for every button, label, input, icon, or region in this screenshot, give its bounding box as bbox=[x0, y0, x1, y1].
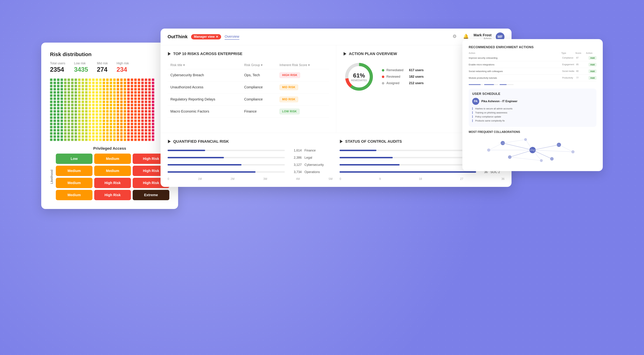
risk-badge: MID RISK bbox=[280, 97, 298, 102]
action-text: Enable micro integrations bbox=[469, 63, 560, 66]
priv-title: Privileged Access bbox=[50, 146, 169, 151]
schedule-items: Hashes to secure all admin accountsTrain… bbox=[472, 107, 593, 122]
grid-dot bbox=[120, 78, 123, 81]
grid-dot bbox=[141, 138, 144, 141]
grid-dot bbox=[54, 91, 56, 94]
grid-dot bbox=[131, 97, 133, 100]
grid-dot bbox=[106, 97, 108, 100]
grid-dot bbox=[148, 97, 151, 100]
grid-dot bbox=[96, 107, 98, 109]
action-badge[interactable]: Add bbox=[588, 76, 596, 80]
grid-dot bbox=[78, 126, 80, 128]
grid-dot bbox=[74, 129, 77, 131]
grid-dot bbox=[131, 116, 133, 119]
grid-dot bbox=[88, 123, 91, 125]
grid-dot bbox=[68, 132, 70, 135]
grid-dot bbox=[117, 116, 119, 119]
grid-dot bbox=[71, 104, 74, 106]
grid-dot bbox=[85, 135, 88, 138]
grid-dot bbox=[103, 78, 105, 81]
grid-dot bbox=[145, 85, 147, 87]
grid-dot bbox=[138, 82, 140, 84]
grid-dot bbox=[88, 82, 91, 84]
audit-axis-label: 9 bbox=[379, 177, 381, 181]
user-name: Mark Frost bbox=[474, 33, 492, 37]
grid-dot bbox=[113, 126, 116, 128]
grid-dot bbox=[85, 110, 88, 113]
grid-dot bbox=[106, 129, 108, 131]
mid-risk-label: Mid risk bbox=[97, 61, 108, 65]
audit-title: STATUS OF CONTROL AUDITS bbox=[345, 139, 402, 144]
legend-label: Reviewed bbox=[386, 75, 400, 78]
high-risk-label: High risk bbox=[116, 61, 129, 65]
fin-value: 2,386 bbox=[288, 156, 302, 160]
grid-dot bbox=[152, 101, 154, 103]
grid-dot bbox=[96, 78, 98, 81]
grid-dot bbox=[96, 91, 98, 94]
network-graph bbox=[469, 136, 596, 164]
settings-icon[interactable]: ⚙ bbox=[452, 34, 459, 40]
risk-badge: LOW RISK bbox=[280, 109, 300, 114]
grid-dot bbox=[113, 123, 116, 125]
svg-line-22 bbox=[503, 140, 526, 143]
grid-dot bbox=[152, 82, 154, 84]
grid-dot bbox=[57, 113, 60, 116]
grid-dot bbox=[99, 129, 102, 131]
grid-dot bbox=[134, 138, 137, 141]
audit-bar bbox=[340, 150, 376, 151]
action-row: Module productivity tutorials Productivi… bbox=[469, 76, 596, 81]
action-badge[interactable]: Add bbox=[588, 69, 596, 73]
grid-dot bbox=[92, 135, 94, 138]
grid-dot bbox=[138, 94, 140, 97]
grid-dot bbox=[145, 107, 147, 109]
svg-line-12 bbox=[503, 143, 532, 150]
grid-dot bbox=[138, 123, 140, 125]
grid-dot bbox=[152, 129, 154, 131]
grid-dot bbox=[127, 120, 130, 122]
grid-dot bbox=[68, 88, 70, 90]
dot-grid bbox=[50, 78, 169, 141]
grid-dot bbox=[152, 138, 154, 141]
action-badge[interactable]: Add bbox=[588, 56, 596, 60]
grid-dot bbox=[85, 91, 88, 94]
grid-dot bbox=[88, 94, 91, 97]
grid-dot bbox=[50, 120, 52, 122]
user-sched-name: Pika Ashevon - IT Engineer bbox=[481, 100, 518, 103]
action-legend: Remediated 617 users Reviewed 182 users … bbox=[382, 68, 424, 85]
grid-dot bbox=[120, 120, 123, 122]
grid-dot bbox=[152, 113, 154, 116]
main-header: OutThink Manager view ✕ Overview ⚙ 🔔 Mar… bbox=[160, 28, 512, 45]
grid-dot bbox=[110, 116, 112, 119]
user-schedule-title: USER SCHEDULE bbox=[472, 92, 593, 96]
grid-dot bbox=[54, 113, 56, 116]
grid-dot bbox=[82, 97, 84, 100]
grid-dot bbox=[145, 120, 147, 122]
grid-dot bbox=[145, 82, 147, 84]
grid-dot bbox=[152, 110, 154, 113]
privileged-access-section: Privileged Access Likelihood LowMediumHi… bbox=[50, 146, 169, 200]
grid-dot bbox=[92, 82, 94, 84]
grid-dot bbox=[54, 110, 56, 113]
grid-dot bbox=[68, 107, 70, 109]
grid-dot bbox=[78, 116, 80, 119]
grid-dot bbox=[99, 82, 102, 84]
action-badge[interactable]: Add bbox=[588, 63, 596, 66]
enrich-bar-1 bbox=[469, 84, 596, 85]
grid-dot bbox=[82, 107, 84, 109]
grid-dot bbox=[145, 116, 147, 119]
grid-dot bbox=[74, 82, 77, 84]
financial-risk-section: QUANTIFIED FINANCIAL RISK 1,614 Finance … bbox=[168, 139, 332, 181]
action-type: Productivity bbox=[562, 77, 574, 79]
grid-dot bbox=[71, 113, 74, 116]
donut-center: 61% REMEDIATED bbox=[351, 72, 367, 81]
grid-dot bbox=[78, 120, 80, 122]
grid-dot bbox=[124, 104, 126, 106]
col-inherent-risk: Inherent Risk Score ▾ bbox=[277, 61, 329, 69]
grid-dot bbox=[124, 116, 126, 119]
grid-dot bbox=[88, 132, 91, 135]
header-tab[interactable]: Overview bbox=[224, 34, 239, 40]
grid-dot bbox=[88, 129, 91, 131]
grid-dot bbox=[57, 104, 60, 106]
main-dashboard-card: OutThink Manager view ✕ Overview ⚙ 🔔 Mar… bbox=[160, 28, 512, 187]
fin-bar bbox=[168, 157, 224, 158]
